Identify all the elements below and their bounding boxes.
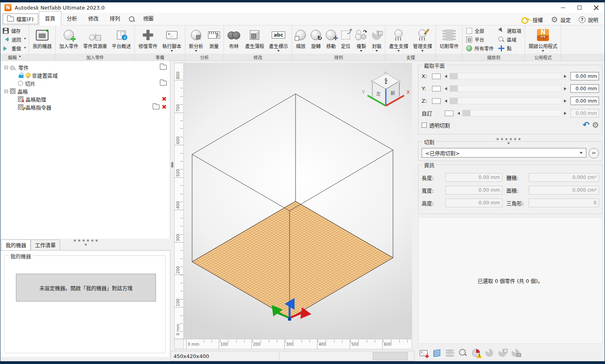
- close-button[interactable]: [588, 2, 605, 13]
- generate-shell-button[interactable]: 產生薄殼: [243, 26, 267, 53]
- file-menu-button[interactable]: 檔案(F): [3, 14, 38, 24]
- chevron-down-icon[interactable]: [24, 47, 26, 49]
- duplicate-button[interactable]: ↷ 複製: [353, 26, 370, 53]
- new-analysis-button[interactable]: 新分析: [187, 26, 206, 53]
- tab-my-machines[interactable]: 我的機器: [1, 239, 31, 250]
- boolean-button[interactable]: 布林: [225, 26, 243, 53]
- cut-part-button[interactable]: 切割零件: [437, 26, 461, 53]
- save-button[interactable]: 儲存: [3, 27, 26, 34]
- slider-left-arrow[interactable]: [456, 112, 460, 115]
- chevron-down-icon[interactable]: [171, 50, 173, 53]
- part-library-button[interactable]: 零件資源庫: [81, 26, 109, 53]
- generate-mark-button[interactable]: abc 產生標示: [267, 26, 290, 53]
- clip-y-value[interactable]: 0.00 mm: [570, 84, 599, 93]
- chevron-down-icon[interactable]: [277, 50, 280, 53]
- pack-button[interactable]: 封裝: [370, 26, 384, 53]
- tab-view[interactable]: 視圖: [138, 12, 159, 25]
- maximize-button[interactable]: [571, 2, 588, 13]
- transparent-cut-checkbox[interactable]: [422, 123, 427, 128]
- tree-item-no-build-zone[interactable]: 非建置區域: [0, 71, 170, 79]
- slider-right-arrow[interactable]: [564, 87, 568, 90]
- zoom-search-button[interactable]: [457, 347, 469, 358]
- slider-left-arrow[interactable]: [443, 75, 447, 78]
- new-script-button[interactable]: >_: [418, 347, 429, 358]
- zoom-platform-button[interactable]: 平台: [464, 36, 496, 43]
- shell-machine-button[interactable]: [510, 347, 521, 358]
- position-button[interactable]: 定位: [338, 26, 353, 53]
- repair-part-button[interactable]: 修復零件: [136, 26, 160, 53]
- clip-z-slider[interactable]: [449, 97, 562, 104]
- clip-custom-slider[interactable]: [462, 110, 562, 117]
- rotate-button[interactable]: ↻ 旋轉: [308, 26, 323, 53]
- add-part-button[interactable]: 加入零件: [57, 26, 81, 53]
- redo-button[interactable]: 重做: [3, 45, 26, 52]
- zoom-selection-button[interactable]: 選取項: [496, 27, 523, 35]
- view-cube[interactable]: Z 左 前 Y X: [360, 68, 412, 111]
- slider-right-arrow[interactable]: [564, 112, 568, 115]
- my-machines-button[interactable]: 我的機器: [30, 26, 54, 53]
- clip-x-value[interactable]: 0.00 mm: [570, 72, 599, 80]
- group-label-edit[interactable]: 編輯: [0, 54, 29, 60]
- clipping-settings-button[interactable]: ⚙: [592, 121, 599, 129]
- vertical-splitter[interactable]: ▪▪▪▪: [170, 61, 174, 351]
- tree-item-parts[interactable]: 零件: [0, 63, 170, 71]
- viewport-3d[interactable]: Z 左 前 Y X: [184, 63, 412, 339]
- slider-thumb[interactable]: [450, 86, 458, 91]
- no-machine-set-button[interactable]: 未設定機器。開啟「我的機器」對話方塊: [16, 274, 156, 302]
- search-button[interactable]: [126, 14, 138, 25]
- clip-x-checkbox[interactable]: [432, 74, 441, 79]
- clip-z-value[interactable]: 0.00 mm: [570, 97, 599, 105]
- open-folder-icon[interactable]: [160, 65, 167, 70]
- lattice-grid-button[interactable]: [431, 347, 442, 358]
- chevron-down-icon[interactable]: [421, 50, 424, 53]
- slider-right-arrow[interactable]: [564, 99, 568, 103]
- help-button[interactable]: ? 說明: [576, 14, 601, 25]
- run-script-button[interactable]: >_ 執行腳本: [160, 26, 184, 53]
- collapse-icon[interactable]: [4, 66, 8, 69]
- reset-clipping-button[interactable]: ↶: [582, 121, 589, 129]
- delete-icon[interactable]: ✖: [161, 104, 167, 110]
- zoom-point-button[interactable]: 點: [496, 45, 523, 52]
- tree-item-lattice[interactable]: 晶格: [0, 87, 170, 95]
- open-utility-button[interactable]: NNFB 開啟公用程式: [526, 26, 560, 53]
- cut-mode-dropdown[interactable]: <已停用切割>: [422, 148, 586, 158]
- clip-custom-checkbox[interactable]: [445, 111, 453, 116]
- zoom-all-parts-button[interactable]: 所有零件: [464, 45, 496, 52]
- minimize-button[interactable]: [554, 2, 571, 13]
- zoom-region-button[interactable]: 區域: [496, 36, 523, 43]
- clip-x-slider[interactable]: [449, 73, 562, 80]
- chevron-down-icon[interactable]: [360, 50, 362, 53]
- chevron-down-icon[interactable]: [542, 50, 544, 53]
- platform-overview-button[interactable]: i 平台概述: [109, 26, 133, 53]
- generate-support-button[interactable]: 產生支撐: [387, 26, 410, 53]
- move-button[interactable]: ✛ 移動: [323, 26, 338, 53]
- tab-modify[interactable]: 修改: [83, 12, 104, 25]
- tab-home[interactable]: 首頁: [39, 11, 61, 25]
- lock-icon[interactable]: [19, 73, 23, 78]
- clip-y-slider[interactable]: [449, 85, 562, 92]
- execute-cut-button[interactable]: ✂: [589, 148, 599, 158]
- tree-item-lattice-assistant[interactable]: A 晶格助理 ✖: [0, 95, 170, 103]
- clip-y-checkbox[interactable]: [432, 86, 441, 91]
- open-folder-icon[interactable]: [153, 105, 160, 109]
- slider-right-arrow[interactable]: [564, 75, 568, 78]
- slider-left-arrow[interactable]: [443, 87, 447, 90]
- scale-button[interactable]: 縮放: [293, 26, 308, 53]
- bulb-icon[interactable]: [25, 73, 30, 78]
- slider-thumb[interactable]: [450, 73, 458, 79]
- chevron-down-icon[interactable]: [24, 38, 26, 41]
- clip-z-checkbox[interactable]: [432, 98, 441, 104]
- analysis-warning-button[interactable]: [471, 347, 482, 358]
- collapse-icon[interactable]: [4, 90, 8, 93]
- zoom-all-button[interactable]: 全部: [464, 27, 496, 35]
- tree-item-lattice-commander[interactable]: 晶格指令器 ✖: [0, 103, 170, 111]
- settings-button[interactable]: ⚙ 設定: [548, 14, 574, 25]
- license-button[interactable]: 授權: [518, 14, 546, 25]
- chevron-down-icon[interactable]: [397, 50, 400, 53]
- undo-button[interactable]: 退回: [3, 36, 26, 43]
- open-folder-icon[interactable]: [160, 81, 167, 86]
- shell-open-button[interactable]: [497, 347, 508, 358]
- chevron-down-icon[interactable]: [195, 50, 197, 53]
- slices-button[interactable]: [444, 347, 455, 358]
- tree-item-slices[interactable]: 切片: [0, 79, 170, 87]
